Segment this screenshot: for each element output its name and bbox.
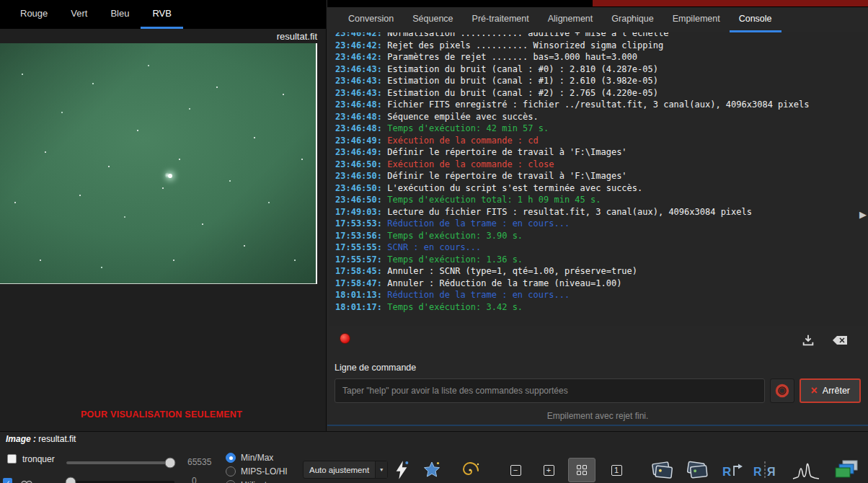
- chevron-down-icon: ▼: [375, 461, 387, 478]
- tab-alignement[interactable]: Alignement: [539, 7, 603, 32]
- chain-link-icon[interactable]: [20, 478, 33, 483]
- radio-label: Min/Max: [241, 453, 273, 463]
- radio-min-max[interactable]: Min/Max: [226, 452, 288, 463]
- console-line: 17:55:55: SCNR : en cours...: [335, 241, 866, 254]
- console-line: 17:55:57: Temps d'exécution: 1.36 s.: [335, 254, 866, 266]
- clear-console-button[interactable]: [831, 332, 849, 349]
- console-line: 17:53:53: Réduction de la trame : en cou…: [335, 218, 866, 230]
- low-level-value: 0: [192, 476, 197, 483]
- auto-adjust-label: Auto ajustement: [304, 466, 375, 474]
- console-line: 17:58:47: Annuler : Réduction de la tram…: [335, 278, 866, 290]
- preview-image[interactable]: [0, 43, 317, 284]
- console-line: 17:49:03: Lecture du fichier FITS : resu…: [335, 206, 866, 218]
- lifebuoy-icon: [775, 384, 789, 398]
- radio-dot: [226, 480, 236, 483]
- processing-panel: ConversionSéquencePré-traitementAligneme…: [327, 0, 868, 431]
- star-detection-button[interactable]: [418, 458, 446, 482]
- red-strip-decor: [593, 0, 868, 6]
- image-label: Image :: [6, 434, 36, 444]
- stop-button[interactable]: × Arrêter: [800, 378, 861, 403]
- linked-levels-checkbox[interactable]: ✓: [3, 478, 12, 483]
- right-tab-bar: ConversionSéquencePré-traitementAligneme…: [327, 7, 868, 32]
- rotate-r-icon: R: [719, 459, 744, 481]
- image-filename-label: resultat.fit: [277, 31, 317, 42]
- truncate-checkbox[interactable]: [7, 454, 17, 464]
- console-line: 23:46:48: Fichier FITS enregistré : fich…: [335, 99, 866, 111]
- zoom-one-icon: 1: [611, 465, 622, 476]
- quick-photometry-button[interactable]: [388, 458, 415, 482]
- console-line: 23:46:49: Définir le répertoire de trava…: [335, 146, 866, 159]
- starfield-decor: [0, 43, 1, 45]
- console-log: 23:46:42: Normalisation ............ add…: [329, 32, 866, 313]
- star-icon: [422, 461, 441, 479]
- console-output[interactable]: 23:46:42: Normalisation ............ add…: [329, 32, 866, 326]
- console-line: 23:46:49: Exécution de la commande : cd: [335, 135, 866, 147]
- visualization-watermark: POUR VISUALISATION SEULEMENT: [0, 409, 323, 420]
- histogram-button[interactable]: [790, 458, 822, 482]
- mirror-image-button[interactable]: R Я: [750, 458, 780, 482]
- record-button[interactable]: [340, 333, 350, 344]
- high-slider-knob[interactable]: [165, 458, 176, 469]
- tab-vert[interactable]: Vert: [59, 0, 99, 29]
- command-help-button[interactable]: [770, 378, 794, 403]
- console-line: 23:46:42: Normalisation ............ add…: [335, 32, 866, 40]
- top-strip: [327, 0, 868, 7]
- tab-rouge[interactable]: Rouge: [9, 0, 59, 29]
- panel-expander-arrow[interactable]: ▶: [859, 209, 867, 220]
- slider-fill: [66, 461, 173, 464]
- tab-console[interactable]: Console: [730, 7, 781, 32]
- image-list-button[interactable]: [647, 458, 678, 482]
- export-log-button[interactable]: [800, 332, 817, 349]
- zoom-in-button[interactable]: +: [535, 458, 562, 482]
- galaxy-tool-button[interactable]: [456, 458, 484, 482]
- display-mode-radios: Min/MaxMIPS-LO/HIUtilisateur: [226, 452, 288, 483]
- radio-mips-lo-hi[interactable]: MIPS-LO/HI: [226, 466, 288, 477]
- tab-pr-traitement[interactable]: Pré-traitement: [463, 7, 539, 32]
- console-line: 23:46:42: Paramètres de rejet ....... ba…: [335, 51, 866, 63]
- image-stack-icon: [650, 459, 676, 481]
- tab-conversion[interactable]: Conversion: [339, 7, 403, 32]
- histogram-icon: [792, 459, 820, 481]
- tab-empilement[interactable]: Empilement: [663, 7, 730, 32]
- image-stack-alt-icon: [684, 459, 710, 481]
- console-line: 23:46:50: Temps d'exécution total: 1 h 0…: [335, 194, 866, 206]
- high-level-slider[interactable]: [66, 461, 174, 464]
- fit-to-window-button[interactable]: [568, 458, 595, 482]
- siril-window: RougeVertBleuRVB resultat.fit POUR VISUA…: [0, 0, 868, 483]
- low-slider-knob[interactable]: [66, 477, 76, 483]
- zoom-out-icon: −: [510, 465, 521, 476]
- command-input[interactable]: [335, 378, 765, 403]
- tab-bleu[interactable]: Bleu: [99, 0, 141, 29]
- radio-dot: [226, 453, 236, 463]
- console-line: 23:46:50: L'exécution du script s'est te…: [335, 182, 866, 195]
- rotate-image-button[interactable]: R: [717, 458, 747, 482]
- console-line: 18:01:13: Réduction de la trame : en cou…: [335, 289, 866, 301]
- auto-adjust-dropdown[interactable]: Auto ajustement ▼: [303, 461, 388, 479]
- command-line-label: Ligne de commande: [335, 363, 416, 373]
- radio-dot: [226, 466, 236, 477]
- command-row: × Arrêter: [335, 378, 861, 404]
- zoom-one-button[interactable]: 1: [603, 458, 630, 482]
- display-controls-bar: Image : resultat.fit tronquer 65535 0 Mi…: [0, 431, 868, 483]
- radio-label: MIPS-LO/HI: [241, 466, 288, 477]
- image-viewer-panel: RougeVertBleuRVB resultat.fit POUR VISUA…: [0, 0, 327, 431]
- console-line: 23:46:48: Temps d'exécution: 42 min 57 s…: [335, 123, 866, 135]
- channel-composition-button[interactable]: [831, 458, 862, 482]
- console-line: 23:46:48: Séquence empilée avec succès.: [335, 111, 866, 123]
- console-line: 23:46:42: Rejet des pixels .......... Wi…: [335, 40, 866, 52]
- console-line: 23:46:43: Estimation du bruit (canal : #…: [335, 75, 866, 87]
- high-level-value: 65535: [187, 457, 211, 467]
- radio-utilisateur[interactable]: Utilisateur: [226, 479, 288, 483]
- console-line: 23:46:50: Définir le répertoire de trava…: [335, 170, 866, 182]
- tab-rvb[interactable]: RVB: [141, 0, 183, 29]
- tab-graphique[interactable]: Graphique: [602, 7, 663, 32]
- zoom-out-button[interactable]: −: [502, 458, 529, 482]
- tab-s-quence[interactable]: Séquence: [403, 7, 462, 32]
- console-toolbar: [329, 326, 866, 355]
- left-tab-bar: RougeVertBleuRVB: [0, 0, 326, 29]
- console-line: 23:46:43: Estimation du bruit (canal : #…: [335, 87, 866, 99]
- svg-text:R: R: [753, 466, 762, 478]
- clear-console-icon: [831, 334, 849, 346]
- sequence-frames-button[interactable]: [682, 458, 712, 482]
- mirror-r-icon: R Я: [752, 459, 778, 481]
